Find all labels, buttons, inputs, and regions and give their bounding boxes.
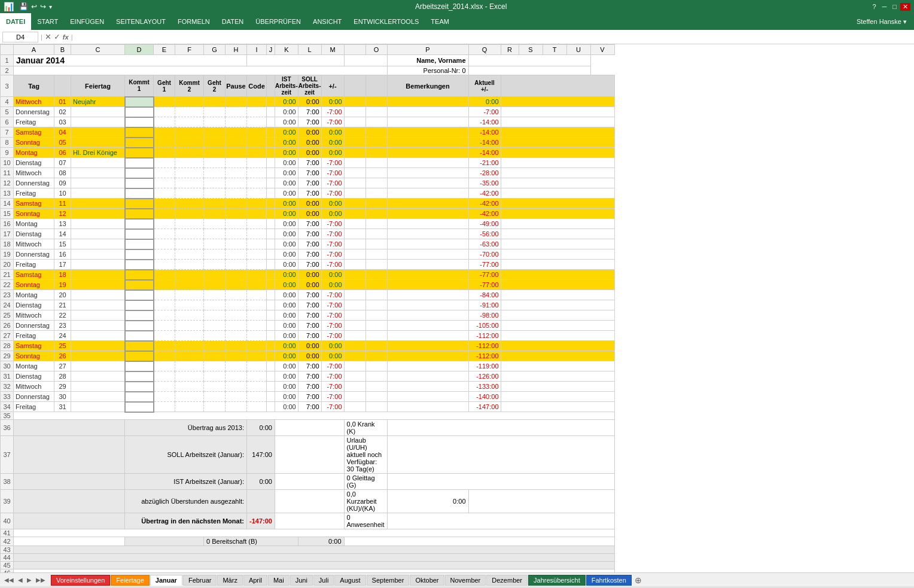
cell-pause-19[interactable] — [226, 249, 247, 260]
cell-geht1-21[interactable] — [154, 270, 175, 280]
cell-pause-27[interactable] — [226, 331, 247, 341]
col-header-k[interactable]: K — [275, 45, 298, 55]
cell-kommt2-4[interactable] — [175, 97, 204, 107]
tab-daten[interactable]: DATEN — [216, 13, 249, 30]
cell-geht2-22[interactable] — [204, 280, 226, 290]
sheet-tab-august[interactable]: August — [334, 575, 365, 586]
cell-geht1-8[interactable] — [154, 138, 175, 148]
sheet-tab-feiertage[interactable]: Feiertage — [111, 575, 149, 586]
cell-pm-20[interactable]: -7:00 — [321, 260, 344, 270]
cell-geht1-14[interactable] — [154, 199, 175, 209]
cell-nr-11[interactable]: 08 — [54, 168, 71, 178]
tab-entwicklertools[interactable]: ENTWICKLERTOOLS — [348, 13, 425, 30]
cell-soll-26[interactable]: 7:00 — [298, 321, 321, 331]
cell-pm-31[interactable]: -7:00 — [321, 371, 344, 382]
cell-pause-26[interactable] — [226, 321, 247, 331]
cell-pause-16[interactable] — [226, 219, 247, 229]
cell-feiertag-16[interactable] — [71, 219, 125, 229]
cell-geht1-11[interactable] — [154, 168, 175, 178]
sheet-tab-voreinstellungen[interactable]: Voreinstellungen — [51, 575, 110, 586]
cell-geht2-18[interactable] — [204, 239, 226, 249]
cell-geht2-33[interactable] — [204, 392, 226, 402]
cell-ist-19[interactable]: 0:00 — [275, 249, 298, 260]
cell-pause-23[interactable] — [226, 290, 247, 300]
tab-nav-prev[interactable]: ◀ — [16, 577, 25, 583]
col-header-i[interactable]: I — [247, 45, 267, 55]
cell-ist-25[interactable]: 0:00 — [275, 310, 298, 321]
cell-kommt1-8[interactable] — [125, 138, 154, 148]
cell-feiertag-13[interactable] — [71, 188, 125, 199]
cell-kommt1-16[interactable] — [125, 219, 154, 229]
cell-geht2-8[interactable] — [204, 138, 226, 148]
cell-nr-20[interactable]: 17 — [54, 260, 71, 270]
cell-geht1-16[interactable] — [154, 219, 175, 229]
cell-geht1-12[interactable] — [154, 178, 175, 188]
cell-feiertag-12[interactable] — [71, 178, 125, 188]
cell-nr-16[interactable]: 13 — [54, 219, 71, 229]
cell-code-23[interactable] — [247, 290, 267, 300]
cell-soll-16[interactable]: 7:00 — [298, 219, 321, 229]
cell-kommt2-8[interactable] — [175, 138, 204, 148]
cell-kommt2-25[interactable] — [175, 310, 204, 321]
cell-geht2-9[interactable] — [204, 148, 226, 158]
cell-geht2-4[interactable] — [204, 97, 226, 107]
cell-feiertag-20[interactable] — [71, 260, 125, 270]
cell-ist-8[interactable]: 0:00 — [275, 138, 298, 148]
cell-geht2-23[interactable] — [204, 290, 226, 300]
cell-pm-15[interactable]: 0:00 — [321, 209, 344, 219]
cell-geht1-17[interactable] — [154, 229, 175, 239]
cell-feiertag-21[interactable] — [71, 270, 125, 280]
cell-pm-13[interactable]: -7:00 — [321, 188, 344, 199]
cell-pause-14[interactable] — [226, 199, 247, 209]
cell-kommt1-14[interactable] — [125, 199, 154, 209]
minimize-btn[interactable]: ─ — [880, 3, 889, 11]
cell-kommt2-9[interactable] — [175, 148, 204, 158]
cell-kommt2-20[interactable] — [175, 260, 204, 270]
undo-icon[interactable]: ↩ — [31, 2, 37, 11]
cell-bemerkungen-13[interactable] — [387, 188, 468, 199]
cell-aktuell-23[interactable]: -84:00 — [468, 290, 501, 300]
cell-bemerkungen-28[interactable] — [387, 341, 468, 351]
cell-bemerkungen-7[interactable] — [387, 127, 468, 138]
cell-bemerkungen-5[interactable] — [387, 107, 468, 117]
cell-feiertag-22[interactable] — [71, 280, 125, 290]
cell-kommt1-12[interactable] — [125, 178, 154, 188]
name-box[interactable] — [2, 32, 38, 42]
cell-code-30[interactable] — [247, 361, 267, 371]
cell-feiertag-17[interactable] — [71, 229, 125, 239]
sheet-tab-september[interactable]: September — [367, 575, 410, 586]
sheet-tab-november[interactable]: November — [445, 575, 486, 586]
cell-pm-14[interactable]: 0:00 — [321, 199, 344, 209]
cell-ist-21[interactable]: 0:00 — [275, 270, 298, 280]
cell-kommt2-26[interactable] — [175, 321, 204, 331]
cell-nr-22[interactable]: 19 — [54, 280, 71, 290]
cell-nr-5[interactable]: 02 — [54, 107, 71, 117]
cell-geht1-6[interactable] — [154, 117, 175, 127]
cell-geht1-20[interactable] — [154, 260, 175, 270]
cell-soll-12[interactable]: 7:00 — [298, 178, 321, 188]
cancel-formula-icon[interactable]: ✕ — [45, 32, 51, 41]
cell-tag-31[interactable]: Dienstag — [14, 371, 54, 382]
cell-pause-17[interactable] — [226, 229, 247, 239]
cell-kommt2-33[interactable] — [175, 392, 204, 402]
col-header-a[interactable]: A — [14, 45, 54, 55]
tab-einfugen[interactable]: EINFÜGEN — [64, 13, 110, 30]
sheet-tab-mai[interactable]: Mai — [268, 575, 290, 586]
cell-nr-28[interactable]: 25 — [54, 341, 71, 351]
cell-nr-33[interactable]: 30 — [54, 392, 71, 402]
cell-feiertag-26[interactable] — [71, 321, 125, 331]
cell-pm-22[interactable]: 0:00 — [321, 280, 344, 290]
cell-soll-21[interactable]: 0:00 — [298, 270, 321, 280]
cell-tag-13[interactable]: Freitag — [14, 188, 54, 199]
cell-ist-14[interactable]: 0:00 — [275, 199, 298, 209]
cell-geht1-13[interactable] — [154, 188, 175, 199]
col-header-m[interactable]: M — [321, 45, 344, 55]
cell-aktuell-16[interactable]: -49:00 — [468, 219, 501, 229]
cell-pm-33[interactable]: -7:00 — [321, 392, 344, 402]
cell-kommt1-4[interactable] — [125, 97, 154, 107]
cell-aktuell-24[interactable]: -91:00 — [468, 300, 501, 310]
cell-ist-9[interactable]: 0:00 — [275, 148, 298, 158]
cell-aktuell-22[interactable]: -77:00 — [468, 280, 501, 290]
cell-geht2-28[interactable] — [204, 341, 226, 351]
cell-ist-33[interactable]: 0:00 — [275, 392, 298, 402]
